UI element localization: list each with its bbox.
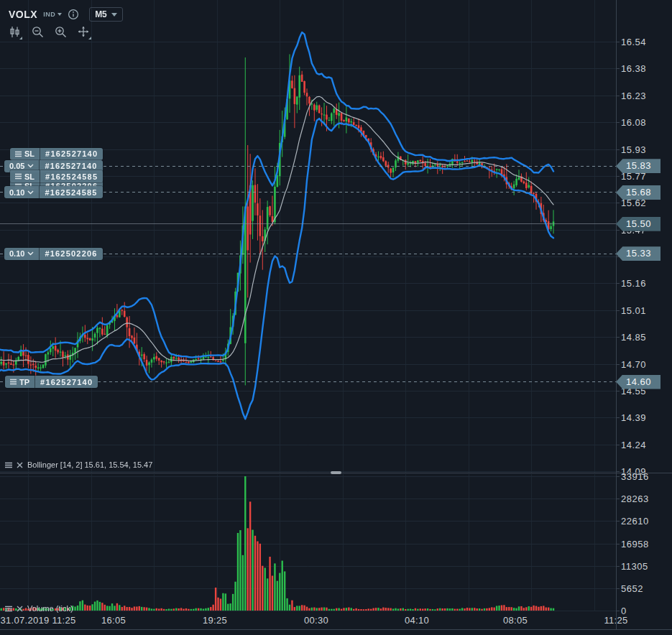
volume-axis-label: 28263 — [621, 493, 649, 504]
order-id-label: #162524585 — [39, 186, 102, 198]
price-chart-canvas[interactable] — [0, 0, 616, 473]
order-tag-label: 0.10 — [9, 249, 24, 258]
price-axis-badge: 15.68 — [616, 185, 661, 200]
instrument-type-dropdown[interactable]: IND — [43, 11, 62, 18]
timeframe-label: M5 — [95, 9, 107, 19]
close-icon[interactable] — [17, 606, 23, 612]
submenu-corner-icon — [19, 37, 22, 40]
bollinger-legend: Bollinger [14, 2] 15.61, 15.54, 15.47 — [5, 460, 152, 469]
order-id-label: #162524585 — [40, 170, 103, 182]
magnifier-plus-icon — [55, 26, 67, 38]
volume-chart-canvas[interactable] — [0, 474, 616, 611]
last-price-line — [0, 223, 616, 224]
price-axis-label: 14.39 — [621, 412, 646, 423]
menu-icon[interactable] — [5, 606, 12, 612]
pane-resize-handle[interactable] — [331, 471, 341, 474]
order-tag-label: 0.05 — [9, 162, 24, 170]
price-axis-label: 16.54 — [621, 37, 646, 47]
time-axis-label: 04:10 — [405, 615, 429, 626]
bollinger-legend-label: Bollinger [14, 2] 15.61, 15.54, 15.47 — [27, 460, 152, 469]
instrument-type-label: IND — [43, 11, 55, 18]
order-label[interactable]: 0.10#162524585 — [4, 186, 103, 198]
chevron-down-icon — [57, 13, 62, 16]
chevron-down-icon — [27, 190, 34, 195]
price-axis-label: 14.70 — [621, 358, 646, 369]
order-label[interactable]: SL#162527140 — [10, 148, 103, 160]
move-crosshair-button[interactable] — [76, 24, 91, 39]
volume-axis-label: 5652 — [621, 583, 643, 593]
order-id-label: #162527140 — [34, 376, 98, 388]
chart-header: VOLX IND M5 — [9, 7, 123, 22]
order-tag-label: TP — [19, 378, 29, 386]
timeframe-select[interactable]: M5 — [89, 7, 123, 22]
menu-icon — [15, 151, 22, 157]
time-axis-label: 19:25 — [203, 615, 227, 626]
order-tag: SL — [10, 170, 40, 182]
order-id-label: #162527140 — [40, 148, 103, 160]
chart-toolbar — [7, 24, 91, 39]
chevron-down-icon — [111, 13, 117, 17]
time-axis-label: 31.07.2019 11:25 — [0, 615, 75, 626]
price-axis-label: 15.01 — [621, 305, 646, 315]
order-tag: SL — [10, 148, 40, 160]
price-axis-label: 16.23 — [621, 90, 646, 101]
info-button[interactable] — [68, 9, 79, 20]
trading-chart-window: VOLX IND M5 — [0, 0, 672, 635]
time-axis-label: 00:30 — [304, 615, 328, 626]
submenu-corner-icon — [88, 37, 91, 40]
order-tag-label: 0.10 — [9, 188, 24, 197]
time-axis-label: 08:05 — [503, 615, 528, 626]
order-label[interactable]: 0.10#162502206 — [4, 248, 103, 260]
chart-style-button[interactable] — [7, 24, 22, 39]
info-icon — [68, 9, 79, 20]
chevron-down-icon — [27, 164, 34, 168]
order-tag: 0.10 — [4, 186, 39, 198]
price-axis-badge: 15.83 — [616, 159, 661, 173]
last-price-badge: 15.50 — [616, 217, 661, 231]
order-id-label: #162502206 — [39, 248, 102, 260]
volume-legend-label: Volume (tick) — [27, 604, 73, 613]
volume-axis-label: 16958 — [621, 538, 649, 549]
price-axis-label: 15.16 — [621, 278, 646, 289]
menu-icon[interactable] — [5, 462, 12, 468]
price-axis-badge: 15.33 — [616, 246, 661, 261]
order-tag-label: SL — [24, 172, 34, 181]
magnifier-minus-icon — [32, 26, 44, 38]
price-axis-label: 14.85 — [621, 332, 646, 343]
close-icon[interactable] — [17, 462, 23, 468]
menu-icon — [10, 379, 17, 385]
volume-legend: Volume (tick) — [5, 604, 73, 613]
chevron-down-icon — [27, 251, 34, 256]
volume-axis-label: 11305 — [621, 560, 648, 571]
price-axis-label: 14.24 — [621, 439, 646, 450]
time-axis-border — [0, 629, 672, 630]
candlestick-icon — [9, 26, 21, 38]
order-tag-label: SL — [24, 149, 34, 158]
volume-axis-label: 22610 — [621, 516, 649, 527]
zoom-in-button[interactable] — [53, 24, 68, 39]
menu-icon — [15, 173, 22, 180]
order-tag: TP — [5, 376, 34, 388]
order-label[interactable]: SL#162524585 — [10, 170, 103, 182]
symbol-title: VOLX — [9, 9, 37, 20]
price-axis-badge: 14.60 — [616, 375, 661, 389]
price-axis-label: 15.93 — [621, 144, 646, 154]
price-axis-border — [616, 0, 617, 629]
order-label[interactable]: TP#162527140 — [5, 376, 98, 388]
price-axis-label: 16.08 — [621, 117, 646, 128]
order-tag: 0.10 — [4, 248, 39, 260]
price-axis-label: 16.38 — [621, 63, 646, 74]
zoom-out-button[interactable] — [30, 24, 45, 39]
time-axis-label: 16:05 — [101, 615, 126, 626]
